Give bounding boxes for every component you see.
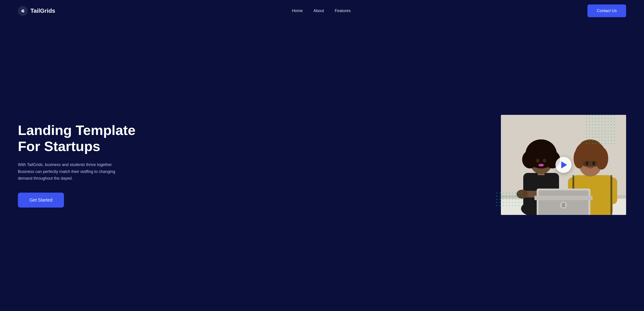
dot [611,130,612,131]
dot [586,127,587,128]
dot [496,199,497,200]
play-button[interactable] [556,157,572,173]
logo-icon [18,6,28,16]
dot [586,140,587,141]
dot [522,199,522,200]
nav-item-home[interactable]: Home [292,8,303,13]
dot [595,134,596,134]
dot [589,124,590,125]
dot [506,205,507,206]
dot [586,143,587,144]
dot [496,205,497,206]
dot [592,121,593,122]
nav-item-about[interactable]: About [314,8,324,13]
nav-link-about[interactable]: About [314,8,324,13]
dot [608,143,609,144]
dot [586,137,587,138]
dot [506,196,507,197]
dot [503,205,504,206]
dot [602,130,602,131]
dot [605,140,606,141]
dot [608,130,609,131]
dot [598,130,599,131]
dot [611,140,612,141]
dot [602,143,602,144]
dot [515,196,516,197]
dot [605,118,606,119]
dot [515,199,516,200]
dot [595,121,596,122]
dot [602,140,602,141]
play-icon [561,161,567,168]
nav-link-features[interactable]: Features [335,8,350,13]
dot [496,193,497,194]
dot [518,202,519,203]
dot [515,205,516,206]
dot [598,137,599,138]
dot [589,127,590,128]
dot [602,124,602,125]
dot [614,143,615,144]
dot [518,193,519,194]
dot [595,127,596,128]
dot [592,140,593,141]
svg-rect-35 [534,196,592,200]
dot [605,137,606,138]
dot [496,202,497,203]
dot [496,196,497,197]
dot [598,115,599,116]
dot [512,205,513,206]
dot [598,140,599,141]
dot [512,199,513,200]
hero-title: Landing Template For Startups [18,122,143,154]
dot [500,193,500,194]
dot [605,130,606,131]
dot [506,202,507,203]
svg-point-11 [529,139,554,157]
svg-rect-21 [610,175,612,215]
svg-point-14 [538,164,544,166]
svg-point-32 [592,162,595,165]
dot [500,196,500,197]
dot [598,127,599,128]
dot [614,140,615,141]
nav-item-features[interactable]: Features [335,8,350,13]
nav-link-home[interactable]: Home [292,8,303,13]
dot [602,137,602,138]
contact-button[interactable]: Contact Us [588,4,626,17]
dot [592,118,593,119]
dot [614,130,615,131]
dot [595,118,596,119]
dot-grid [586,115,626,145]
nav-links: Home About Features [292,8,350,13]
logo-text: TailGrids [30,7,55,14]
dot [611,127,612,128]
dot [598,134,599,134]
dot [589,143,590,144]
dot [503,193,504,194]
dot [611,134,612,134]
dot [608,124,609,125]
dot [509,205,510,206]
dot [602,118,602,119]
dot [611,118,612,119]
dot [586,115,587,116]
dot [605,143,606,144]
dot [512,193,513,194]
dot [598,121,599,122]
dot [509,196,510,197]
svg-point-13 [543,159,546,163]
dot [614,127,615,128]
dot [518,196,519,197]
dot [509,193,510,194]
dot [518,199,519,200]
dot [592,124,593,125]
dot [598,118,599,119]
logo-link[interactable]: TailGrids [18,6,55,16]
dot [608,115,609,116]
dot [515,202,516,203]
hero-description: With TailGrids, business and students th… [18,161,125,182]
dot [598,143,599,144]
svg-point-31 [586,162,588,165]
get-started-button[interactable]: Get Started [18,193,64,208]
